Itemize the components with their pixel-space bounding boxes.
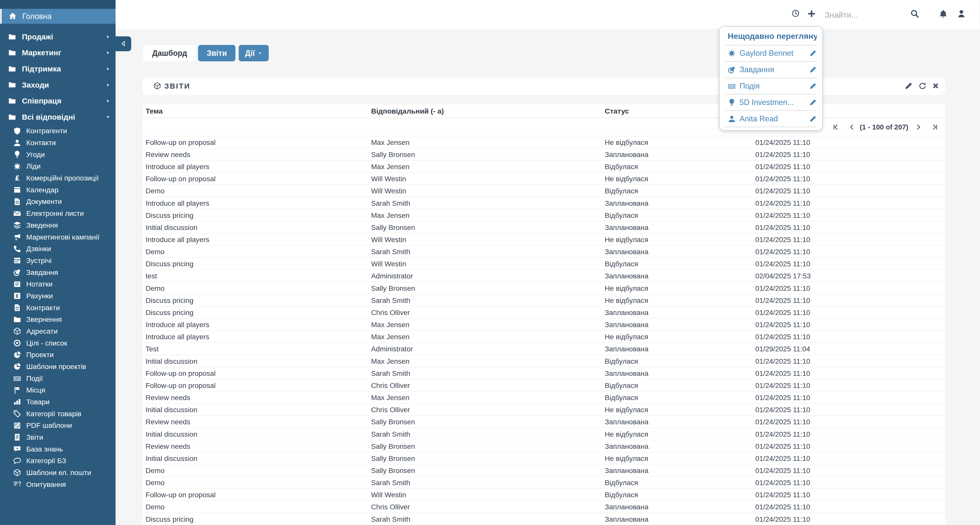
table-row[interactable]: Follow-up on proposalWill WestinВідбулас… [143,488,945,501]
table-row[interactable]: TestAdministratorЗапланована01/29/2025 1… [143,343,945,355]
sidebar-item-emails[interactable]: Електронні листи [0,207,116,220]
sidebar-item-activities[interactable]: Заходи [0,77,116,93]
table-row[interactable]: Follow-up on proposalMax JensenНе відбул… [143,136,945,148]
table-row[interactable]: DemoSally BronsenНе відбулася01/24/2025 … [143,282,945,294]
sidebar-item-calls[interactable]: Дзвінки [0,243,116,255]
sidebar-item-invoices[interactable]: £Рахунки [0,290,116,302]
sidebar-item-leads[interactable]: Ліди [0,161,116,172]
table-row[interactable]: Follow-up on proposalChris OlliverВідбул… [143,379,945,391]
user-menu-icon[interactable] [957,10,966,18]
sidebar-item-email-templates[interactable]: Шаблони ел. пошти [0,467,116,479]
table-row[interactable]: Initial discussionMax JensenВідбулася01/… [143,355,945,367]
table-row[interactable]: Follow-up on proposalSarah SmithЗапланов… [143,367,945,379]
history-icon[interactable] [792,10,800,18]
sidebar-item-surveys[interactable]: Опитування [0,479,116,490]
sidebar-item-contracts[interactable]: Контракти [0,302,116,314]
table-row[interactable]: Initial discussionSally BronsenЗапланова… [143,221,945,234]
table-row[interactable]: DemoSarah SmithЗапланована01/24/2025 11:… [143,246,945,258]
page-last-icon[interactable] [932,124,939,130]
table-row[interactable]: Discuss pricingSarah SmithНе відбулася01… [143,294,945,306]
recent-item-link[interactable]: Gaylord Bennet [740,49,807,58]
sidebar-item-collaboration[interactable]: Співпраця [0,93,116,109]
sidebar-item-home[interactable]: Головна [0,9,116,24]
column-header[interactable]: Тема [143,104,368,118]
recent-item-link[interactable]: Завдання [740,65,807,74]
edit-pencil-icon[interactable] [809,49,817,57]
table-row[interactable]: DemoSarah SmithВідбулася01/24/2025 11:10 [143,477,945,488]
sidebar-item-project-templates[interactable]: Шаблони проектів [0,361,116,372]
table-row[interactable]: DemoWill WestinВідбулася01/24/2025 11:10 [143,185,945,197]
sidebar-item-knowledge-base[interactable]: База знань [0,443,116,455]
sidebar-item-calendar[interactable]: Календар [0,184,116,196]
table-row[interactable]: Review needsSally BronsenЗапланована01/2… [143,416,945,428]
sidebar-collapse-button[interactable] [116,37,131,51]
table-row[interactable]: Introduce all playersMax JensenНе відбул… [143,331,945,343]
reports-button[interactable]: Звіти [198,45,235,61]
recent-item[interactable]: Подія [725,78,816,95]
table-row[interactable]: DemoChris OlliverЗапланована01/24/2025 1… [143,501,945,513]
edit-pencil-icon[interactable] [809,99,817,106]
sidebar-item-contacts[interactable]: Контакти [0,137,116,149]
sidebar-item-quotes[interactable]: £Комерційні пропозиції [0,172,116,184]
recent-item[interactable]: Anita Read [725,111,816,127]
table-row[interactable]: Discuss pricingMax JensenВідбулася01/24/… [143,209,945,221]
refresh-icon[interactable] [918,82,926,90]
table-row[interactable]: Review needsSally BronsenЗапланована01/2… [143,148,945,161]
table-row[interactable]: Initial discussionChris OlliverНе відбул… [143,404,945,416]
sidebar-item-places[interactable]: Місця [0,384,116,396]
notifications-icon[interactable] [939,10,948,18]
column-header[interactable]: Відповідальний (- а) [368,104,601,118]
sidebar-item-marketing[interactable]: Маркетинг [0,45,116,61]
table-row[interactable]: Initial discussionSarah SmithНе відбулас… [143,428,945,440]
table-row[interactable]: Discuss pricingSarah SmithЗапланована01/… [143,513,945,525]
table-row[interactable]: Review needsSally BronsenЗапланована01/2… [143,440,945,452]
recent-item-link[interactable]: Anita Read [740,115,807,123]
sidebar-item-product-categories[interactable]: Категорії товарів [0,408,116,420]
table-row[interactable]: Review needsMax JensenВідбулася01/24/202… [143,391,945,404]
sidebar-item-events[interactable]: Події [0,372,116,384]
sidebar-item-accounts[interactable]: Контрагенти [0,125,116,137]
edit-pencil-icon[interactable] [809,82,817,90]
sidebar-item-summaries[interactable]: Зведення [0,220,116,231]
recent-item-link[interactable]: Подія [740,81,807,91]
close-icon[interactable] [932,82,940,90]
table-row[interactable]: Initial discussionSally BronsenНе відбул… [143,452,945,465]
table-row[interactable]: Introduce all playersMax JensenВідбулася… [143,161,945,173]
edit-pencil-icon[interactable] [905,82,913,90]
recent-item[interactable]: Gaylord Bennet [725,45,816,62]
sidebar-item-recipients[interactable]: Адресати [0,325,116,337]
sidebar-item-notes[interactable]: Нотатки [0,278,116,290]
table-row[interactable]: Discuss pricingChris OlliverЗапланована0… [143,306,945,318]
sidebar-item-kb-categories[interactable]: Категорії БЗ [0,455,116,467]
page-previous-icon[interactable] [848,124,855,130]
dashboard-button[interactable]: Дашборд [143,45,196,61]
recent-item[interactable]: Завдання [725,62,816,78]
sidebar-item-reports[interactable]: Звіти [0,431,116,443]
sidebar-item-target-lists[interactable]: Цілі - список [0,337,116,349]
sidebar-item-support[interactable]: Підтримка [0,61,116,77]
sidebar-item-pdf-templates[interactable]: PDF шаблони [0,420,116,431]
sidebar-item-campaigns[interactable]: Маркетингові кампанії [0,231,116,243]
page-next-icon[interactable] [915,124,922,130]
search-input[interactable] [823,5,899,25]
table-row[interactable]: Discuss pricingWill WestinВідбулася01/24… [143,258,945,270]
sidebar-item-tasks[interactable]: Завдання [0,267,116,278]
sidebar-item-meetings[interactable]: Зустрічі [0,255,116,267]
table-row[interactable]: DemoSally BronsenЗапланована01/24/2025 1… [143,465,945,477]
recent-item-link[interactable]: 5D Investmen... [740,98,807,107]
sidebar-item-products[interactable]: Товари [0,396,116,408]
quick-create-icon[interactable] [807,10,816,18]
table-row[interactable]: Follow-up on proposalWill WestinНе відбу… [143,173,945,185]
sidebar-item-all-relevant[interactable]: Всі відповідні [0,109,116,125]
table-row[interactable]: testAdministratorЗапланована02/04/2025 1… [143,270,945,282]
actions-dropdown-button[interactable]: Дії [239,45,269,61]
table-row[interactable]: Introduce all playersWill WestinНе відбу… [143,234,945,246]
search-icon[interactable] [910,10,919,18]
sidebar-item-opportunities[interactable]: Угоди [0,149,116,161]
edit-pencil-icon[interactable] [809,66,817,73]
table-row[interactable]: Introduce all playersMax JensenЗапланова… [143,318,945,331]
edit-pencil-icon[interactable] [809,115,817,123]
table-row[interactable]: Introduce all playersSarah SmithЗапланов… [143,197,945,209]
sidebar-item-projects[interactable]: Проекти [0,349,116,361]
sidebar-item-cases[interactable]: Звернення [0,313,116,325]
